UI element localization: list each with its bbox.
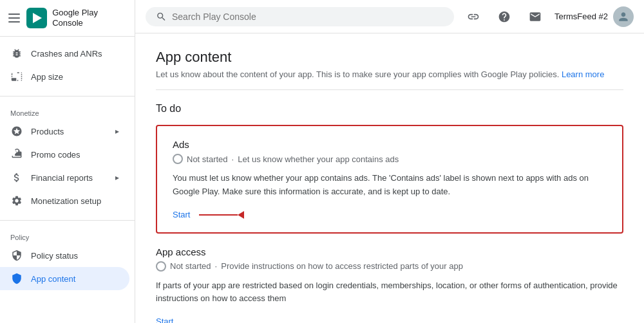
financial-expand-icon: ▸ [115, 173, 119, 182]
svg-rect-2 [8, 21, 20, 23]
sidebar-section-policy: Policy Policy status App content [0, 223, 135, 295]
sidebar-item-products-label: Products [31, 127, 64, 136]
user-name: TermsFeed #2 [554, 12, 608, 21]
financial-icon [10, 171, 23, 184]
sidebar-item-crashes[interactable]: Crashes and ANRs [0, 42, 129, 65]
bug-icon [10, 47, 23, 60]
monetize-section-label: Monetize [0, 104, 135, 120]
ads-card: Ads Not started · Let us know whether yo… [156, 125, 623, 234]
sidebar-item-app-size[interactable]: App size [0, 65, 129, 88]
search-bar[interactable] [146, 7, 454, 26]
learn-more-link[interactable]: Learn more [562, 69, 604, 79]
sidebar-item-financial-reports-label: Financial reports [31, 173, 93, 183]
main-panel: TermsFeed #2 App content Let us know abo… [135, 0, 644, 323]
app-access-card-status: Not started · Provide instructions on ho… [156, 261, 623, 272]
sidebar-item-promo-codes-label: Promo codes [31, 150, 80, 160]
play-logo [26, 8, 47, 28]
sidebar-item-app-size-label: App size [31, 72, 63, 82]
page-content: App content Let us know about the conten… [135, 33, 644, 323]
sidebar-item-financial-reports[interactable]: Financial reports ▸ [0, 166, 129, 189]
app-access-status-detail: Provide instructions on how to access re… [221, 261, 463, 271]
search-input[interactable] [172, 12, 444, 22]
app-access-card-description: If parts of your app are restricted base… [156, 279, 623, 306]
sidebar-item-promo-codes[interactable]: Promo codes [0, 143, 129, 166]
todo-heading: To do [156, 103, 623, 115]
sidebar-header: Google Play Console [0, 0, 135, 37]
app-access-start-link[interactable]: Start [156, 317, 173, 323]
ads-card-title: Ads [173, 139, 607, 150]
app-access-status-icon [156, 261, 166, 272]
app-access-status-text: Not started [170, 261, 211, 271]
app-access-card-title: App access [156, 246, 623, 257]
search-icon [156, 11, 167, 23]
page-title: App content [156, 49, 623, 66]
ads-card-description: You must let us know whether your app co… [173, 172, 607, 199]
policy-section-label: Policy [0, 228, 135, 244]
app-name: Google Play Console [52, 8, 128, 28]
sidebar-item-crashes-label: Crashes and ANRs [31, 49, 102, 59]
link-button[interactable] [462, 5, 485, 28]
help-button[interactable] [493, 5, 516, 28]
sidebar-item-monetization-setup-label: Monetization setup [31, 196, 101, 206]
sidebar-item-app-content[interactable]: App content [0, 267, 129, 290]
sidebar-item-policy-status[interactable]: Policy status [0, 244, 129, 267]
sidebar-item-app-content-label: App content [31, 274, 75, 284]
user-avatar [613, 6, 634, 27]
user-account[interactable]: TermsFeed #2 [554, 6, 634, 27]
shield-icon [10, 272, 23, 285]
page-subtitle: Let us know about the content of your ap… [156, 69, 623, 79]
sidebar-item-products[interactable]: Products ▸ [0, 120, 129, 143]
policy-icon [10, 249, 23, 262]
app-access-status-separator: · [215, 261, 218, 271]
sidebar-item-policy-status-label: Policy status [31, 251, 78, 261]
menu-button[interactable] [6, 10, 21, 26]
topbar: TermsFeed #2 [135, 0, 644, 33]
arrow-line [199, 214, 238, 216]
ads-status-icon [173, 154, 183, 164]
promo-icon [10, 148, 23, 161]
sidebar-section-monetize: Monetize Products ▸ Promo codes Financia… [0, 99, 135, 217]
ads-start-button[interactable]: Start [173, 210, 190, 219]
ads-status-text: Not started [187, 154, 228, 164]
sidebar: Google Play Console Crashes and ANRs App… [0, 0, 135, 323]
ads-status-separator: · [232, 154, 234, 164]
sidebar-section-android: Crashes and ANRs App size [0, 37, 135, 93]
mail-button[interactable] [524, 5, 547, 28]
products-expand-icon: ▸ [115, 127, 119, 136]
ads-status-detail: Let us know whether your app contains ad… [238, 154, 399, 164]
setup-icon [10, 194, 23, 207]
arrow-head [238, 211, 244, 219]
svg-rect-1 [8, 17, 20, 19]
ads-card-status: Not started · Let us know whether your a… [173, 154, 607, 164]
sidebar-item-monetization-setup[interactable]: Monetization setup [0, 189, 129, 212]
svg-rect-0 [8, 14, 20, 15]
app-access-card: App access Not started · Provide instruc… [156, 246, 623, 323]
products-icon [10, 125, 23, 138]
size-icon [10, 70, 23, 83]
